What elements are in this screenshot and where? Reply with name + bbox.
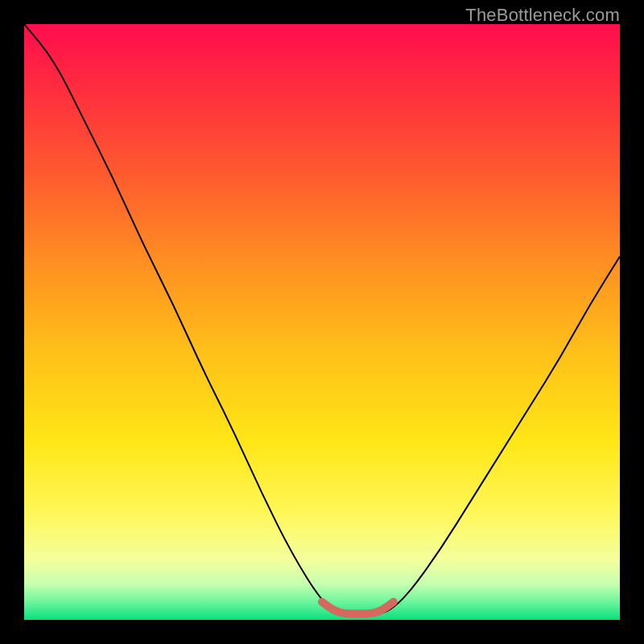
curve-layer — [24, 24, 620, 620]
watermark-text: TheBottleneck.com — [465, 5, 620, 26]
bottleneck-curve — [24, 24, 620, 614]
flat-zone-marker — [322, 602, 394, 614]
plot-area — [24, 24, 620, 620]
chart-frame: TheBottleneck.com — [0, 0, 644, 644]
